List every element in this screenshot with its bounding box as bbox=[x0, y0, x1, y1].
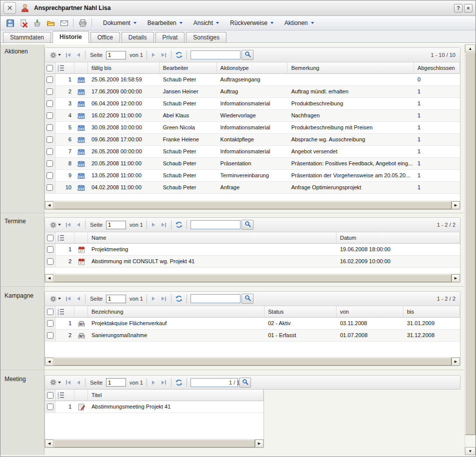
menu-bearbeiten[interactable]: Bearbeiten bbox=[143, 18, 187, 28]
column-header[interactable]: Status bbox=[264, 306, 336, 317]
row-checkbox[interactable] bbox=[46, 160, 53, 167]
close-window-button[interactable]: × bbox=[4, 2, 16, 14]
row-checkbox[interactable] bbox=[46, 100, 53, 107]
column-header[interactable]: Bezeichnung bbox=[88, 306, 264, 317]
column-header[interactable]: Titel bbox=[88, 390, 264, 401]
row-checkbox[interactable] bbox=[46, 88, 53, 95]
column-header[interactable]: Datum bbox=[336, 232, 460, 243]
last-page-icon[interactable] bbox=[160, 379, 168, 386]
search-input[interactable] bbox=[190, 294, 240, 303]
row-checkbox[interactable] bbox=[46, 184, 53, 191]
refresh-icon[interactable] bbox=[175, 379, 183, 387]
table-row[interactable]: 1Projektakquise Flächenverkauf02 - Aktiv… bbox=[45, 318, 460, 330]
table-row[interactable]: 726.05.2008 00:00:00Schaub PeterInformat… bbox=[45, 146, 460, 158]
row-checkbox[interactable] bbox=[47, 320, 54, 327]
horizontal-scroll-thumb[interactable] bbox=[54, 358, 452, 366]
last-page-icon[interactable] bbox=[160, 52, 168, 58]
import-basket-icon[interactable] bbox=[32, 18, 42, 27]
table-row[interactable]: 609.06.2008 17:00:00Franke HeleneKontakt… bbox=[45, 134, 460, 146]
row-checkbox[interactable] bbox=[46, 76, 53, 83]
scroll-up-icon[interactable]: ▲ bbox=[465, 44, 476, 52]
scroll-right-icon[interactable]: ▶ bbox=[452, 274, 460, 282]
search-button[interactable] bbox=[239, 378, 251, 388]
previous-page-icon[interactable] bbox=[76, 380, 82, 386]
scroll-right-icon[interactable]: ▶ bbox=[255, 440, 264, 448]
row-number-list-icon[interactable]: 123 bbox=[56, 62, 74, 73]
refresh-icon[interactable] bbox=[175, 221, 183, 229]
row-checkbox[interactable] bbox=[46, 112, 53, 119]
horizontal-scrollbar[interactable]: ◀ ▶ bbox=[45, 274, 460, 282]
vertical-scrollbar[interactable]: ▲ ▼ bbox=[464, 44, 476, 455]
open-folder-icon[interactable] bbox=[46, 18, 55, 27]
delete-document-icon[interactable] bbox=[19, 18, 28, 27]
row-number-list-icon[interactable]: 123 bbox=[56, 232, 74, 243]
last-page-icon[interactable] bbox=[160, 222, 168, 228]
column-header[interactable]: Name bbox=[88, 232, 336, 243]
select-all-checkbox[interactable] bbox=[47, 392, 54, 399]
previous-page-icon[interactable] bbox=[76, 222, 82, 228]
menu-dokument[interactable]: Dokument bbox=[98, 18, 141, 28]
settings-gear-icon[interactable] bbox=[50, 295, 61, 303]
tab-privat[interactable]: Privat bbox=[156, 32, 185, 42]
scroll-down-icon[interactable]: ▼ bbox=[465, 447, 476, 455]
refresh-icon[interactable] bbox=[175, 51, 183, 59]
next-page-icon[interactable] bbox=[150, 52, 156, 58]
settings-gear-icon[interactable] bbox=[50, 379, 61, 386]
scroll-right-icon[interactable]: ▶ bbox=[452, 358, 460, 366]
page-input[interactable] bbox=[106, 51, 126, 59]
row-checkbox[interactable] bbox=[46, 172, 53, 179]
vertical-scroll-thumb[interactable] bbox=[465, 52, 476, 435]
table-row[interactable]: 306.04.2009 12:00:00Schaub PeterInformat… bbox=[45, 98, 460, 110]
first-page-icon[interactable] bbox=[64, 296, 72, 302]
row-checkbox[interactable] bbox=[47, 258, 54, 265]
search-input[interactable] bbox=[190, 50, 240, 59]
row-number-list-icon[interactable]: 123 bbox=[56, 306, 74, 317]
row-checkbox[interactable] bbox=[47, 332, 54, 339]
select-all-checkbox[interactable] bbox=[47, 235, 54, 241]
table-row[interactable]: 1004.02.2008 11:00:00Schaub PeterAnfrage… bbox=[45, 182, 460, 194]
scroll-left-icon[interactable]: ◀ bbox=[45, 358, 54, 366]
tab-historie[interactable]: Historie bbox=[52, 31, 89, 43]
row-checkbox[interactable] bbox=[46, 136, 53, 143]
search-button[interactable] bbox=[242, 220, 254, 230]
table-row[interactable]: 530.09.2008 10:00:00Green NicolaInformat… bbox=[45, 122, 460, 134]
previous-page-icon[interactable] bbox=[76, 296, 82, 302]
row-checkbox[interactable] bbox=[47, 404, 54, 410]
table-row[interactable]: 217Abstimmung mit CONSULT wg. Projekt 41… bbox=[45, 256, 460, 268]
print-icon[interactable] bbox=[78, 18, 87, 27]
first-page-icon[interactable] bbox=[64, 222, 72, 228]
table-row[interactable]: 913.05.2008 11:00:00Schaub PeterTerminve… bbox=[45, 170, 460, 182]
previous-page-icon[interactable] bbox=[76, 52, 82, 58]
search-input[interactable] bbox=[190, 220, 240, 229]
email-icon[interactable] bbox=[60, 18, 68, 27]
page-input[interactable] bbox=[106, 295, 126, 303]
column-header[interactable]: fällig bis bbox=[88, 62, 160, 73]
horizontal-scrollbar[interactable]: ◀ ▶ bbox=[45, 439, 264, 448]
select-all-checkbox[interactable] bbox=[47, 309, 54, 315]
next-page-icon[interactable] bbox=[150, 222, 156, 228]
tab-sonstiges[interactable]: Sonstiges bbox=[186, 32, 226, 42]
table-row[interactable]: 125.06.2009 16:58:59Schaub PeterAuftrags… bbox=[45, 74, 460, 86]
first-page-icon[interactable] bbox=[64, 52, 72, 58]
row-number-list-icon[interactable]: 123 bbox=[56, 390, 74, 401]
row-checkbox[interactable] bbox=[46, 124, 53, 131]
next-page-icon[interactable] bbox=[150, 296, 156, 302]
search-button[interactable] bbox=[242, 50, 254, 60]
menu-aktionen[interactable]: Aktionen bbox=[280, 18, 318, 28]
tab-stammdaten[interactable]: Stammdaten bbox=[3, 32, 51, 42]
horizontal-scroll-thumb[interactable] bbox=[54, 274, 452, 282]
row-checkbox[interactable] bbox=[47, 246, 54, 253]
menu-rückverweise[interactable]: Rückverweise bbox=[226, 18, 278, 28]
scroll-left-icon[interactable]: ◀ bbox=[45, 274, 54, 282]
horizontal-scrollbar[interactable]: ◀ ▶ bbox=[45, 357, 460, 366]
horizontal-scroll-thumb[interactable] bbox=[54, 201, 452, 209]
table-row[interactable]: 820.05.2008 11:00:00Schaub PeterPräsenta… bbox=[45, 158, 460, 170]
refresh-icon[interactable] bbox=[175, 295, 183, 303]
tab-details[interactable]: Details bbox=[122, 32, 154, 42]
tab-office[interactable]: Office bbox=[90, 32, 120, 42]
select-all-checkbox[interactable] bbox=[46, 65, 53, 71]
page-input[interactable] bbox=[106, 221, 126, 229]
table-row[interactable]: 1Abstimmungsmeeting Projekt 41 bbox=[45, 401, 264, 413]
table-row[interactable]: 117Projektmeeting19.06.2008 18:00:00 bbox=[45, 244, 460, 256]
column-header[interactable]: von bbox=[336, 306, 404, 317]
